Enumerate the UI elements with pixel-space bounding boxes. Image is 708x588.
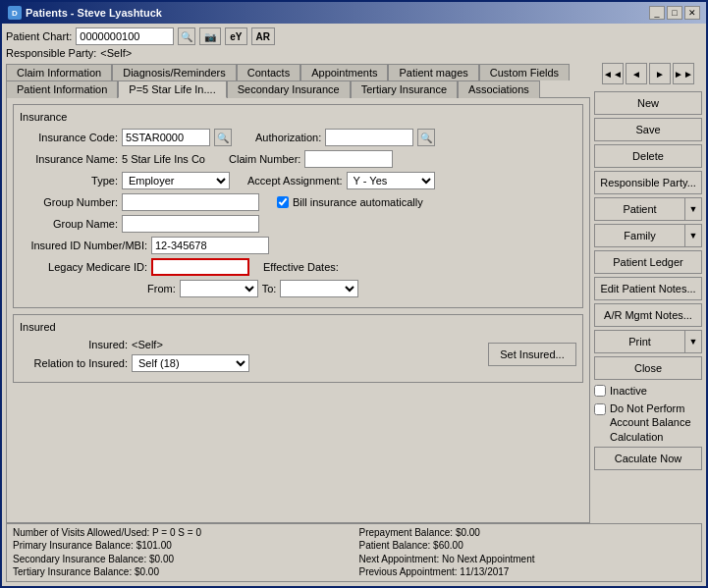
new-button[interactable]: New xyxy=(594,91,702,115)
insured-value: <Self> xyxy=(132,339,163,350)
family-button[interactable]: Family xyxy=(594,224,684,247)
next-appointment-text: Next Appointment: No Next Appointment xyxy=(359,554,696,565)
ar-button[interactable]: AR xyxy=(251,27,275,45)
nav-buttons: ◄◄ ◄ ► ►► xyxy=(594,63,702,84)
tab-diagnosis-reminders[interactable]: Diagnosis/Reminders xyxy=(112,64,237,80)
previous-appointment-text: Previous Appointment: 11/13/2017 xyxy=(359,566,696,578)
patient-chart-label: Patient Chart: xyxy=(6,30,72,42)
responsible-party-value: <Self> xyxy=(100,47,132,59)
prepayment-text: Prepayment Balance: $0.00 xyxy=(359,527,696,539)
effective-dates-row: From: To: xyxy=(20,280,576,297)
insured-row: Insured: <Self> xyxy=(20,339,249,350)
authorization-label: Authorization: xyxy=(255,132,321,143)
patient-balance-text: Patient Balance: $60.00 xyxy=(359,540,696,552)
patient-ledger-button[interactable]: Patient Ledger xyxy=(594,250,702,274)
patient-button[interactable]: Patient xyxy=(594,197,684,221)
nav-next-button[interactable]: ► xyxy=(649,63,671,84)
authorization-search-button[interactable]: 🔍 xyxy=(417,129,435,146)
close-button[interactable]: Close xyxy=(594,356,702,380)
bill-insurance-checkbox[interactable] xyxy=(277,196,289,208)
ar-mgmt-notes-button[interactable]: A/R Mgmt Notes... xyxy=(594,303,702,327)
delete-button[interactable]: Delete xyxy=(594,144,702,168)
do-not-label: Do Not Perform Account Balance Calculati… xyxy=(610,401,702,444)
group-name-row: Group Name: xyxy=(20,215,576,233)
calculate-now-button[interactable]: Caculate Now xyxy=(594,447,702,470)
type-label: Type: xyxy=(20,175,118,187)
close-button[interactable]: ✕ xyxy=(684,6,700,20)
secondary-insurance-text: Secondary Insurance Balance: $0.00 xyxy=(13,554,350,565)
insurance-code-input[interactable] xyxy=(122,129,210,146)
claim-number-input[interactable] xyxy=(304,150,393,168)
family-dropdown-arrow[interactable]: ▼ xyxy=(684,224,702,247)
insured-section: Insured Insured: <Self> Relation to Insu… xyxy=(13,314,583,383)
print-button[interactable]: Print xyxy=(594,330,684,353)
claim-number-label: Claim Number: xyxy=(229,153,300,165)
group-name-label: Group Name: xyxy=(20,218,118,230)
tabs-row2: Patient Information P=5 Star Life In....… xyxy=(6,80,590,97)
to-date-select[interactable] xyxy=(280,280,358,297)
nav-prev-button[interactable]: ◄ xyxy=(626,63,647,84)
print-dropdown-arrow[interactable]: ▼ xyxy=(684,330,702,353)
nav-last-button[interactable]: ►► xyxy=(673,63,694,84)
group-name-input[interactable] xyxy=(122,215,259,233)
tab-secondary-insurance[interactable]: Secondary Insurance xyxy=(227,80,351,98)
insurance-code-label: Insurance Code: xyxy=(20,132,118,143)
status-bar: Number of Visits Allowed/Used: P = 0 S =… xyxy=(6,523,702,582)
accept-assignment-select[interactable]: Y - Yes xyxy=(347,172,435,189)
camera-button[interactable]: 📷 xyxy=(199,27,221,45)
insured-id-row: Insured ID Number/MBI: xyxy=(20,237,576,254)
insured-id-input[interactable] xyxy=(151,237,269,254)
tab-appointments[interactable]: Appointments xyxy=(300,64,388,80)
relation-label: Relation to Insured: xyxy=(20,357,128,369)
edit-patient-notes-button[interactable]: Edit Patient Notes... xyxy=(594,277,702,300)
insurance-code-row: Insurance Code: 🔍 Authorization: 🔍 xyxy=(20,129,576,146)
patient-chart-row: Patient Chart: 🔍 📷 eY AR xyxy=(6,27,702,45)
group-number-label: Group Number: xyxy=(20,196,118,208)
relation-select[interactable]: Self (18) xyxy=(132,354,249,372)
group-number-input[interactable] xyxy=(122,193,259,211)
authorization-input[interactable] xyxy=(325,129,413,146)
insurance-name-label: Insurance Name: xyxy=(20,153,118,165)
from-label: From: xyxy=(147,283,176,294)
type-select[interactable]: Employer xyxy=(122,172,230,189)
patient-chart-input[interactable] xyxy=(76,27,174,45)
minimize-button[interactable]: _ xyxy=(649,6,665,20)
tertiary-insurance-text: Tertiary Insurance Balance: $0.00 xyxy=(13,566,350,578)
bill-insurance-label: Bill insurance automatically xyxy=(293,196,423,208)
patient-dropdown-arrow[interactable]: ▼ xyxy=(684,197,702,221)
window-body: Patient Chart: 🔍 📷 eY AR Responsible Par… xyxy=(2,24,706,586)
legacy-medicare-input[interactable] xyxy=(151,258,249,276)
from-date-select[interactable] xyxy=(180,280,258,297)
responsible-party-row: Responsible Party: <Self> xyxy=(6,47,702,59)
tab-p5-star-life[interactable]: P=5 Star Life In.... xyxy=(118,80,226,98)
to-label: To: xyxy=(262,283,277,294)
right-panel: ◄◄ ◄ ► ►► New Save Delete Responsible Pa… xyxy=(594,63,702,523)
tab-contacts[interactable]: Contacts xyxy=(237,64,300,80)
insurance-name-value: 5 Star Life Ins Co xyxy=(122,153,205,165)
inactive-checkbox[interactable] xyxy=(594,385,606,397)
nav-first-button[interactable]: ◄◄ xyxy=(602,63,624,84)
tab-patient-information[interactable]: Patient Information xyxy=(6,80,118,98)
tab-custom-fields[interactable]: Custom Fields xyxy=(479,64,570,80)
insurance-section: Insurance Insurance Code: 🔍 Authorizatio… xyxy=(13,104,583,308)
effective-dates-label: Effective Dates: xyxy=(263,261,339,273)
tab-claim-information[interactable]: Claim Information xyxy=(6,64,112,80)
save-button[interactable]: Save xyxy=(594,118,702,141)
tab-patient-images[interactable]: Patient mages xyxy=(388,64,478,80)
tab-associations[interactable]: Associations xyxy=(458,80,540,98)
tab-tertiary-insurance[interactable]: Tertiary Insurance xyxy=(351,80,458,98)
responsible-party-button[interactable]: Responsible Party... xyxy=(594,171,702,194)
insurance-section-title: Insurance xyxy=(20,111,576,123)
print-dropdown: Print ▼ xyxy=(594,330,702,353)
legacy-medicare-row: Legacy Medicare ID: Effective Dates: xyxy=(20,258,576,276)
patient-chart-search-button[interactable]: 🔍 xyxy=(178,27,195,45)
primary-insurance-text: Primary Insurance Balance: $101.00 xyxy=(13,540,350,552)
set-insured-button[interactable]: Set Insured... xyxy=(488,343,576,366)
do-not-checkbox[interactable] xyxy=(594,403,606,415)
inactive-row: Inactive xyxy=(594,385,702,397)
insured-section-title: Insured xyxy=(20,321,576,333)
ey-button[interactable]: eY xyxy=(225,27,246,45)
insurance-code-search-button[interactable]: 🔍 xyxy=(214,129,232,146)
maximize-button[interactable]: □ xyxy=(667,6,682,20)
type-row: Type: Employer Accept Assignment: Y - Ye… xyxy=(20,172,576,189)
